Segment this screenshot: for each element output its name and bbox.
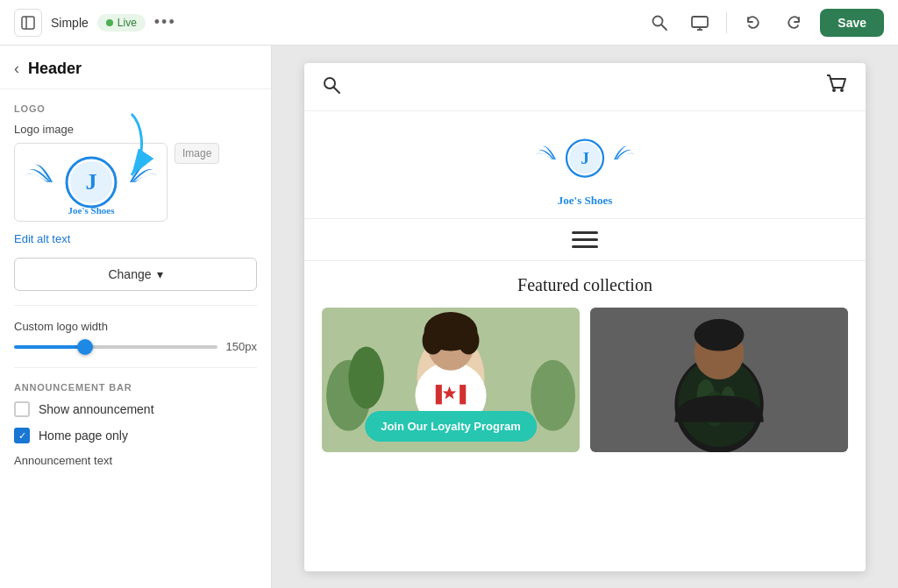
svg-point-39 (695, 319, 745, 351)
preview-logo-name: Joe's Shoes (558, 194, 612, 208)
home-page-only-label: Home page only (39, 429, 128, 443)
slider-thumb[interactable] (77, 339, 93, 355)
monitor-button[interactable] (686, 9, 714, 37)
left-panel: ‹ Header LOGO Logo image (0, 46, 272, 588)
logo-section: LOGO Logo image (0, 89, 271, 305)
svg-point-13 (832, 89, 836, 92)
toolbar: Simple Live ••• Save (0, 0, 898, 46)
product-card-1[interactable]: Join Our Loyalty Program (322, 308, 580, 452)
announcement-bar-section: ANNOUNCEMENT BAR Show announcement Home … (0, 368, 271, 481)
svg-line-2 (662, 25, 667, 30)
toolbar-left: Simple Live ••• (14, 9, 635, 37)
undo-button[interactable] (739, 9, 767, 37)
preview-logo: J (532, 129, 638, 190)
logo-preview-image: J Joe's Shoes (21, 147, 161, 217)
toolbar-divider (726, 12, 727, 33)
right-preview: J Joe's Shoes Featured collection (272, 46, 898, 588)
preview-cart-icon (825, 74, 848, 100)
toolbar-right: Save (645, 9, 884, 37)
logo-image-container: J Joe's Shoes Image (14, 143, 257, 222)
svg-text:J: J (581, 149, 589, 167)
logo-image-label: Logo image (14, 123, 257, 136)
change-button-label: Change (108, 267, 151, 281)
svg-text:J: J (85, 169, 96, 195)
change-button[interactable]: Change ▾ (14, 258, 257, 291)
product-card-2[interactable] (590, 308, 848, 452)
more-options-button[interactable]: ••• (154, 13, 176, 32)
featured-section: Featured collection (304, 261, 866, 466)
show-announcement-label: Show announcement (39, 402, 154, 416)
announcement-text-label: Announcement text (14, 454, 257, 467)
panel-back-button[interactable]: ‹ (14, 60, 19, 78)
site-name: Simple (51, 16, 89, 30)
loyalty-program-button[interactable]: Join Our Loyalty Program (365, 411, 537, 442)
svg-point-29 (423, 326, 444, 354)
preview-header-bar (304, 63, 866, 111)
hamburger-icon[interactable] (572, 231, 598, 248)
product-image-2 (590, 308, 848, 452)
slider-row: 150px (14, 340, 257, 353)
show-announcement-row: Show announcement (14, 401, 257, 417)
redo-button[interactable] (780, 9, 808, 37)
logo-width-slider[interactable] (14, 345, 217, 349)
svg-point-31 (531, 360, 575, 431)
svg-point-30 (458, 326, 479, 354)
svg-rect-3 (692, 17, 708, 27)
logo-width-section: Custom logo width 150px (0, 306, 271, 367)
loyalty-button-label: Join Our Loyalty Program (381, 420, 521, 433)
slider-value: 150px (226, 340, 257, 353)
live-badge: Live (97, 14, 146, 32)
custom-logo-width-label: Custom logo width (14, 320, 257, 333)
svg-point-14 (840, 89, 844, 92)
exit-button[interactable] (14, 9, 42, 37)
live-label: Live (118, 17, 137, 29)
svg-rect-0 (22, 17, 34, 29)
hamburger-area (304, 219, 866, 261)
announcement-bar-label: ANNOUNCEMENT BAR (14, 382, 257, 393)
home-page-only-row: Home page only (14, 428, 257, 443)
preview-search-icon (322, 75, 341, 99)
save-button[interactable]: Save (820, 9, 884, 37)
edit-alt-text-link[interactable]: Edit alt text (14, 232, 257, 245)
svg-text:Joe's Shoes: Joe's Shoes (68, 205, 115, 216)
hamburger-line-2 (572, 238, 598, 241)
products-grid: Join Our Loyalty Program (322, 308, 848, 452)
hamburger-line-3 (572, 245, 598, 248)
featured-collection-title: Featured collection (322, 275, 848, 295)
svg-rect-25 (460, 385, 466, 404)
home-page-only-checkbox[interactable] (14, 428, 30, 443)
image-label[interactable]: Image (175, 143, 219, 164)
logo-section-label: LOGO (14, 103, 257, 114)
panel-header: ‹ Header (0, 46, 271, 89)
svg-point-20 (348, 346, 384, 408)
panel-title: Header (28, 60, 82, 78)
svg-point-1 (653, 16, 663, 25)
search-toolbar-button[interactable] (645, 9, 674, 37)
svg-rect-24 (436, 385, 442, 404)
change-button-arrow: ▾ (157, 267, 163, 281)
preview-logo-area: J Joe's Shoes (304, 111, 866, 219)
live-dot (106, 19, 113, 26)
logo-image-box[interactable]: J Joe's Shoes (14, 143, 167, 222)
hamburger-line-1 (572, 231, 598, 234)
main-layout: ‹ Header LOGO Logo image (0, 46, 898, 588)
show-announcement-checkbox[interactable] (14, 401, 30, 417)
svg-line-12 (334, 87, 340, 93)
preview-frame: J Joe's Shoes Featured collection (304, 63, 866, 571)
